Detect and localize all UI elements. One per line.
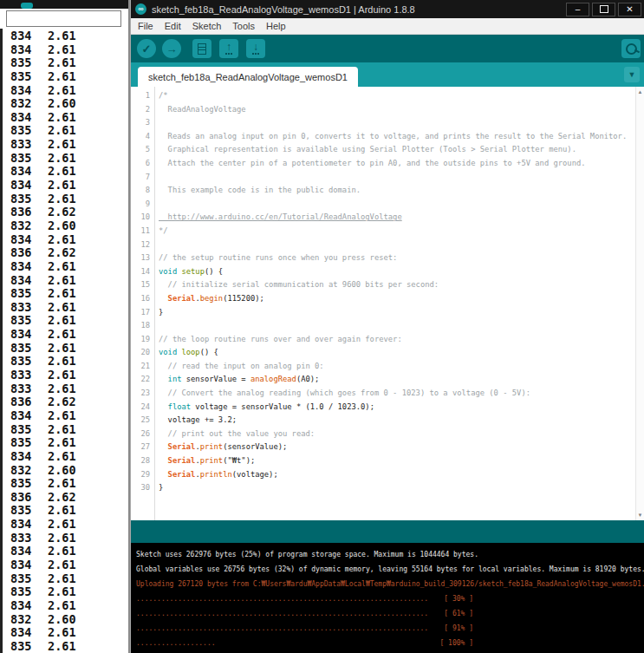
minimize-button[interactable]: –	[566, 3, 589, 16]
menu-bar: FileEditSketchToolsHelp	[131, 18, 644, 35]
title-bar[interactable]: ∞ sketch_feb18a_ReadAnalogVoltage_wemosD…	[131, 0, 644, 18]
serial-row: 8352.61	[3, 503, 127, 517]
serial-row: 8352.61	[3, 571, 127, 585]
code-line: 12	[131, 238, 635, 252]
serial-output-list[interactable]: 8342.618342.618352.618352.618342.618322.…	[0, 29, 127, 653]
maximize-button[interactable]	[592, 3, 615, 16]
code-line: 28 Serial.print("₩t");	[131, 454, 635, 468]
save-button[interactable]: ↓	[246, 39, 265, 58]
serial-row: 8352.61	[3, 476, 127, 490]
serial-row: 8342.61	[3, 110, 127, 124]
serial-row: 8342.61	[3, 178, 127, 192]
code-line: 15 // initialize serial communication at…	[131, 278, 635, 292]
serial-row: 8332.61	[3, 531, 127, 545]
screen: { "colors": { "teal_toolbar": "#00676C",…	[0, 0, 644, 653]
serial-row: 8322.60	[3, 463, 127, 477]
serial-row: 8352.61	[3, 341, 127, 355]
tab-dropdown-button[interactable]: ▼	[624, 67, 640, 82]
code-line: 7	[131, 171, 635, 185]
serial-row: 8342.61	[3, 327, 127, 341]
arduino-logo-icon: ∞	[135, 3, 146, 15]
code-line: 6 Attach the center pin of a potentiomet…	[131, 157, 635, 171]
serial-send-input[interactable]	[6, 10, 121, 27]
toolbar: ✓ → ↑ ↓	[131, 35, 644, 62]
arduino-icon	[21, 3, 33, 9]
verify-button[interactable]: ✓	[137, 39, 156, 58]
code-line: 18	[131, 319, 635, 333]
serial-row: 8352.61	[3, 151, 127, 165]
arrow-down-icon: ↓	[252, 42, 259, 55]
document-icon	[198, 43, 206, 55]
scroll-down-button[interactable]: ▼	[636, 511, 644, 519]
serial-row: 8362.62	[3, 205, 127, 219]
serial-row: 8332.61	[3, 382, 127, 395]
serial-row: 8362.62	[3, 245, 127, 259]
close-button[interactable]: ✕	[618, 3, 641, 16]
serial-row: 8352.61	[3, 123, 127, 137]
editor-scrollbar[interactable]: ▲ ▼	[635, 87, 644, 520]
serial-row: 8362.62	[3, 395, 127, 408]
code-line: 23 // Convert the analog reading (which …	[131, 387, 635, 401]
code-line: 4 Reads an analog input on pin 0, conver…	[131, 130, 635, 144]
serial-row: 8352.61	[3, 69, 127, 83]
code-line: 1/*	[131, 89, 635, 103]
code-line: 30}	[131, 481, 635, 495]
serial-row: 8332.61	[3, 368, 127, 382]
code-line: 25 voltage += 3.2;	[131, 414, 635, 428]
maximize-icon	[600, 5, 608, 13]
arduino-ide-window: ∞ sketch_feb18a_ReadAnalogVoltage_wemosD…	[130, 0, 644, 653]
console-output: Sketch uses 262976 bytes (25%) of progra…	[131, 543, 644, 653]
serial-row: 8322.60	[3, 96, 127, 110]
status-bar	[131, 520, 644, 543]
tab-sketch[interactable]: sketch_feb18a_ReadAnalogVoltage_wemosD1	[138, 67, 358, 87]
code-editor[interactable]: 1/*2 ReadAnalogVoltage34 Reads an analog…	[131, 87, 644, 520]
serial-row: 8352.61	[3, 422, 127, 436]
code-line: 11*/	[131, 225, 635, 238]
serial-monitor-titlebar[interactable]	[0, 0, 128, 9]
menu-tools[interactable]: Tools	[232, 21, 255, 31]
menu-help[interactable]: Help	[266, 21, 286, 31]
serial-row: 8362.62	[3, 490, 127, 504]
code-line: 21 // read the input on analog pin 0:	[131, 360, 635, 374]
upload-button[interactable]: →	[162, 39, 181, 58]
console-line: Uploading 267120 bytes from C:₩Users₩ard…	[136, 577, 644, 591]
code-line: 14void setup() {	[131, 265, 635, 279]
window-controls: – ✕	[563, 0, 644, 18]
code-line: 19// the loop routine runs over and over…	[131, 333, 635, 347]
console-line: Global variables use 26756 bytes (32%) o…	[136, 562, 644, 577]
menu-edit[interactable]: Edit	[165, 21, 181, 31]
arrow-up-icon: ↑	[225, 42, 232, 55]
code-line: 29 Serial.println(voltage);	[131, 468, 635, 482]
code-line: 8 This example code is in the public dom…	[131, 184, 635, 198]
code-line: 16 Serial.begin(115200);	[131, 292, 635, 306]
code-line: 10 http://www.arduino.cc/en/Tutorial/Rea…	[131, 211, 635, 225]
serial-monitor-button[interactable]	[621, 39, 641, 58]
serial-row: 8352.61	[3, 56, 127, 69]
console-line: ........................................…	[136, 591, 644, 606]
serial-row: 8332.61	[3, 137, 127, 151]
menu-file[interactable]: File	[138, 21, 153, 31]
serial-monitor-panel: 8342.618342.618352.618352.618342.618322.…	[0, 0, 130, 653]
serial-row: 8342.61	[3, 164, 127, 178]
serial-row: 8352.61	[3, 354, 127, 368]
serial-row: 8342.61	[3, 598, 127, 612]
serial-row: 8352.61	[3, 639, 127, 653]
serial-row: 8342.61	[3, 232, 127, 246]
serial-row: 8322.60	[3, 612, 127, 626]
new-sketch-button[interactable]	[192, 39, 211, 58]
open-button[interactable]: ↑	[219, 39, 238, 58]
code-line: 5 Graphical representation is available …	[131, 143, 635, 157]
code-line: 22 int sensorValue = analogRead(A0);	[131, 373, 635, 387]
code-line: 13// the setup routine runs once when yo…	[131, 251, 635, 265]
console-line: ........................................…	[136, 606, 644, 621]
serial-row: 8322.60	[3, 219, 127, 232]
check-icon: ✓	[142, 42, 152, 56]
code-line: 9	[131, 198, 635, 212]
serial-row: 8352.61	[3, 192, 127, 206]
serial-row: 8332.61	[3, 300, 127, 314]
menu-sketch[interactable]: Sketch	[192, 21, 222, 31]
console-lines: Sketch uses 262976 bytes (25%) of progra…	[136, 547, 644, 650]
arrow-right-icon: →	[166, 42, 178, 56]
scroll-up-button[interactable]: ▲	[636, 88, 644, 96]
code-line: 27 Serial.print(sensorValue);	[131, 441, 635, 454]
